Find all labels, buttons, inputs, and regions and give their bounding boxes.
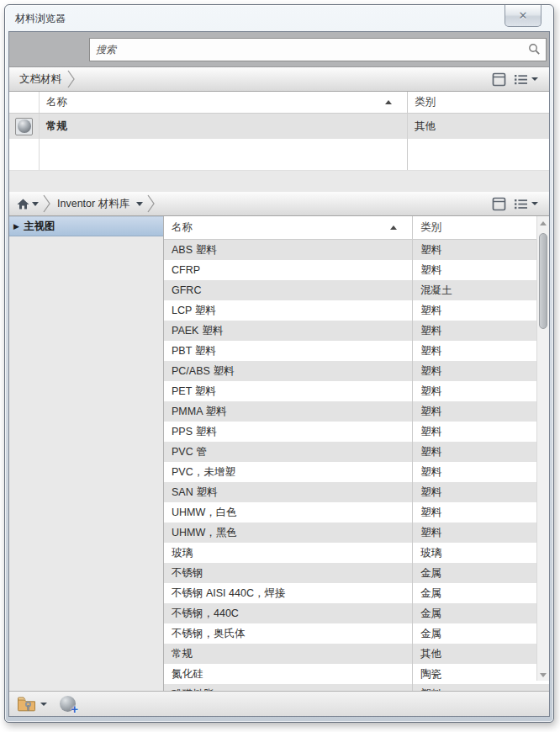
preview-pane-button[interactable] — [492, 197, 506, 211]
chevron-right-icon — [67, 70, 76, 88]
tree-item-label: 主视图 — [24, 220, 55, 234]
material-row[interactable]: 酚醛树脂塑料 — [164, 684, 549, 691]
breadcrumb-inventor-library[interactable]: Inventor 材料库 — [57, 197, 129, 211]
material-row[interactable]: PBT 塑料塑料 — [164, 341, 549, 361]
material-swatch-cell — [9, 114, 40, 139]
material-category: 塑料 — [413, 465, 549, 480]
chevron-down-icon — [531, 77, 538, 81]
scroll-down-icon — [540, 673, 547, 677]
view-type-button[interactable] — [514, 198, 541, 210]
material-name: 常规 — [40, 114, 408, 139]
material-row[interactable]: UHMW，白色塑料 — [164, 502, 549, 522]
material-row[interactable]: PET 塑料塑料 — [164, 381, 549, 401]
category-column-header[interactable]: 类别 — [408, 95, 549, 109]
footer-toolbar: + — [9, 691, 549, 716]
material-name: SAN 塑料 — [164, 482, 413, 502]
material-row[interactable]: PC/ABS 塑料塑料 — [164, 361, 549, 381]
category-column-header[interactable]: 类别 — [413, 220, 549, 235]
material-row[interactable]: PVC 管塑料 — [164, 442, 549, 462]
material-name: PET 塑料 — [164, 381, 413, 401]
search-icon[interactable] — [528, 43, 541, 56]
material-row[interactable]: SAN 塑料塑料 — [164, 482, 549, 502]
material-name: PVC，未增塑 — [164, 462, 413, 482]
material-sphere-icon — [15, 118, 33, 135]
material-row[interactable]: 不锈钢金属 — [164, 563, 549, 583]
sort-ascending-icon — [390, 225, 397, 230]
tree-expand-icon[interactable]: ▶ — [13, 223, 19, 231]
material-name: PVC 管 — [164, 442, 413, 462]
material-category: 金属 — [413, 607, 549, 621]
material-row[interactable]: PMMA 塑料塑料 — [164, 401, 549, 422]
library-table-header: 名称 类别 — [164, 216, 549, 240]
material-row[interactable]: ABS 塑料塑料 — [164, 240, 549, 260]
material-name: 常规 — [164, 644, 413, 664]
scroll-up-button[interactable] — [537, 217, 549, 229]
material-name: ABS 塑料 — [164, 240, 413, 260]
material-category: 塑料 — [413, 304, 549, 318]
material-category: 塑料 — [413, 425, 549, 439]
material-row[interactable]: 玻璃玻璃 — [164, 543, 549, 563]
material-category: 金属 — [413, 627, 549, 641]
view-type-button[interactable] — [514, 73, 541, 86]
material-row[interactable]: CFRP塑料 — [164, 260, 549, 280]
material-row[interactable]: 不锈钢，440C金属 — [164, 603, 549, 623]
material-category: 混凝土 — [413, 284, 549, 298]
library-split: ▶ 主视图 名称 类别 ABS 塑料塑料CFRP塑料GFRC混凝土LCP 塑料塑… — [9, 216, 549, 691]
search-box[interactable] — [89, 38, 547, 61]
material-category: 塑料 — [413, 687, 549, 692]
material-name: PC/ABS 塑料 — [164, 361, 413, 381]
sort-ascending-icon — [385, 100, 392, 104]
document-material-row[interactable]: 常规 其他 — [9, 114, 549, 139]
material-row[interactable]: 不锈钢 AISI 440C，焊接金属 — [164, 583, 549, 603]
search-band — [9, 32, 549, 67]
manage-library-button[interactable] — [17, 696, 50, 712]
breadcrumb-document-materials[interactable]: 文档材料 — [19, 72, 61, 87]
search-input[interactable] — [90, 44, 528, 56]
home-button[interactable] — [17, 199, 29, 210]
chevron-down-icon[interactable] — [32, 202, 39, 206]
material-name: GFRC — [164, 280, 413, 300]
material-row[interactable]: UHMW，黑色塑料 — [164, 522, 549, 543]
scrollbar-thumb[interactable] — [539, 233, 547, 329]
name-column-header[interactable]: 名称 — [164, 216, 413, 239]
material-name: PMMA 塑料 — [164, 401, 413, 422]
material-row[interactable]: GFRC混凝土 — [164, 280, 549, 300]
preview-pane-button[interactable] — [492, 72, 506, 87]
material-row[interactable]: LCP 塑料塑料 — [164, 300, 549, 321]
tree-item-main-view[interactable]: ▶ 主视图 — [9, 216, 163, 236]
close-icon: ✕ — [519, 10, 528, 21]
material-category: 塑料 — [413, 324, 549, 338]
home-icon — [17, 199, 29, 210]
material-category: 陶瓷 — [413, 667, 549, 682]
material-category: 塑料 — [413, 243, 549, 257]
material-category: 其他 — [413, 647, 549, 661]
chevron-right-icon — [147, 194, 156, 213]
material-row[interactable]: PVC，未增塑塑料 — [164, 462, 549, 482]
material-row[interactable]: PAEK 塑料塑料 — [164, 321, 549, 341]
window-title: 材料浏览器 — [15, 12, 66, 26]
material-name: PBT 塑料 — [164, 341, 413, 361]
material-row[interactable]: 不锈钢，奥氏体金属 — [164, 623, 549, 644]
category-column-label: 类别 — [415, 96, 436, 108]
chevron-right-icon — [43, 194, 51, 213]
material-name: PPS 塑料 — [164, 422, 413, 442]
scrollbar[interactable] — [536, 216, 549, 681]
create-material-button[interactable]: + — [60, 696, 76, 712]
name-column-header[interactable]: 名称 — [40, 92, 408, 113]
close-button[interactable]: ✕ — [505, 5, 542, 27]
document-table-empty-row — [9, 139, 549, 170]
library-table: 名称 类别 ABS 塑料塑料CFRP塑料GFRC混凝土LCP 塑料塑料PAEK … — [164, 216, 549, 691]
window-content: 文档材料 — [8, 31, 550, 717]
material-row[interactable]: 常规其他 — [164, 644, 549, 664]
material-category: 塑料 — [413, 506, 549, 520]
material-category: 塑料 — [413, 485, 549, 500]
chevron-down-icon[interactable] — [136, 202, 143, 206]
plus-icon: + — [71, 703, 78, 715]
material-row[interactable]: 氮化硅陶瓷 — [164, 664, 549, 684]
material-row[interactable]: PPS 塑料塑料 — [164, 422, 549, 442]
library-folder-icon — [17, 696, 36, 712]
scroll-down-button[interactable] — [537, 669, 549, 681]
icon-column-header — [9, 92, 40, 113]
name-column-label: 名称 — [172, 220, 193, 235]
chevron-down-icon — [531, 202, 538, 205]
